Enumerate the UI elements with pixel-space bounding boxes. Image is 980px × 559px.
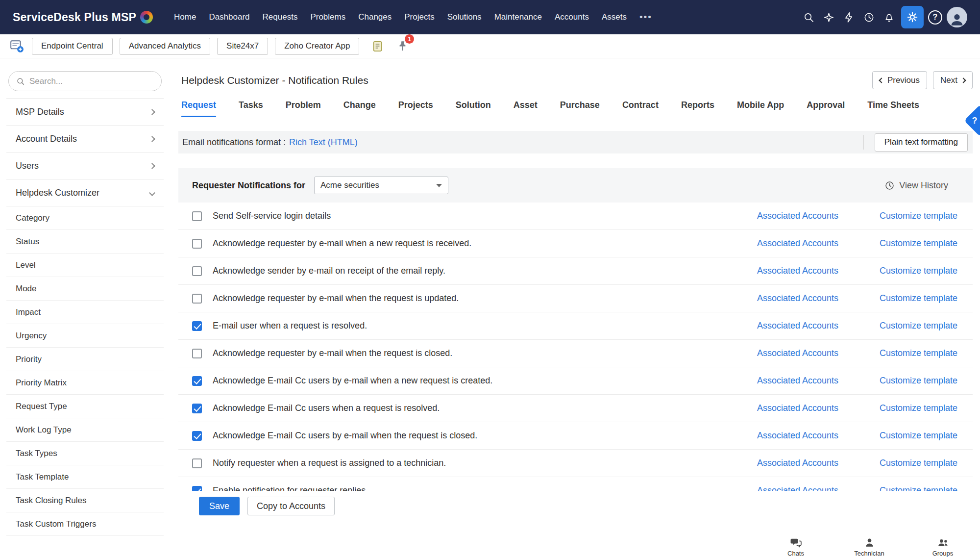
sidebar-item[interactable]: Impact — [6, 301, 164, 324]
rule-checkbox[interactable] — [192, 239, 202, 249]
shortcut-button[interactable]: Site24x7 — [217, 38, 268, 55]
nav-item[interactable]: Changes — [352, 0, 398, 34]
associated-accounts-link[interactable]: Associated Accounts — [757, 458, 840, 468]
rule-checkbox[interactable] — [192, 321, 202, 331]
customize-template-link[interactable]: Customize template — [880, 266, 958, 276]
associated-accounts-link[interactable]: Associated Accounts — [757, 238, 840, 249]
pin-icon[interactable]: 1 — [394, 38, 411, 54]
app-logo[interactable]: ServiceDesk Plus MSP — [13, 11, 153, 24]
sidebar-item[interactable]: Category — [6, 206, 164, 230]
tab[interactable]: Time Sheets — [867, 100, 919, 117]
bell-icon[interactable] — [881, 9, 897, 25]
search-input[interactable] — [29, 76, 154, 86]
sidebar-item[interactable]: Mode — [6, 277, 164, 301]
rich-text-link[interactable]: Rich Text (HTML) — [289, 137, 358, 148]
rule-checkbox[interactable] — [192, 376, 202, 386]
chats-button[interactable]: Chats — [773, 536, 818, 557]
sidebar-group[interactable]: MSP Details — [6, 99, 164, 126]
groups-button[interactable]: Groups — [920, 536, 965, 557]
rule-checkbox[interactable] — [192, 404, 202, 413]
associated-accounts-link[interactable]: Associated Accounts — [757, 293, 840, 304]
technician-button[interactable]: Technician — [847, 536, 892, 557]
previous-button[interactable]: Previous — [872, 71, 927, 89]
nav-item[interactable]: Maintenance — [488, 0, 548, 34]
associated-accounts-link[interactable]: Associated Accounts — [757, 403, 840, 413]
associated-accounts-link[interactable]: Associated Accounts — [757, 431, 840, 441]
tab[interactable]: Contract — [622, 100, 659, 117]
copy-to-accounts-button[interactable]: Copy to Accounts — [247, 497, 335, 515]
help-icon[interactable]: ? — [928, 10, 942, 25]
tab[interactable]: Problem — [286, 100, 321, 117]
lightning-icon[interactable] — [841, 9, 857, 25]
sidebar-group[interactable]: Helpdesk Customizer — [6, 179, 164, 206]
customize-template-link[interactable]: Customize template — [880, 348, 958, 358]
associated-accounts-link[interactable]: Associated Accounts — [757, 348, 840, 358]
sidebar-item[interactable]: Status — [6, 230, 164, 254]
sidebar-item[interactable]: Task Custom Triggers — [6, 512, 164, 536]
nav-item[interactable]: Problems — [304, 0, 352, 34]
rule-checkbox[interactable] — [192, 486, 202, 491]
nav-item[interactable]: Assets — [595, 0, 633, 34]
associated-accounts-link[interactable]: Associated Accounts — [757, 485, 840, 491]
customize-template-link[interactable]: Customize template — [880, 238, 958, 249]
sidebar-item[interactable]: Task Closing Rules — [6, 489, 164, 512]
associated-accounts-link[interactable]: Associated Accounts — [757, 266, 840, 276]
sidebar-item[interactable]: Task Template — [6, 465, 164, 489]
customize-template-link[interactable]: Customize template — [880, 321, 958, 331]
rule-checkbox[interactable] — [192, 211, 202, 221]
sidebar-item[interactable]: Level — [6, 254, 164, 277]
customize-template-link[interactable]: Customize template — [880, 403, 958, 413]
save-button[interactable]: Save — [199, 497, 240, 515]
nav-more-button[interactable]: ••• — [633, 0, 659, 34]
customize-template-link[interactable]: Customize template — [880, 431, 958, 441]
tab[interactable]: Solution — [456, 100, 491, 117]
tab[interactable]: Change — [343, 100, 376, 117]
customize-template-link[interactable]: Customize template — [880, 376, 958, 386]
tab[interactable]: Request — [181, 100, 216, 117]
sidebar-item[interactable]: Request Type — [6, 395, 164, 418]
associated-accounts-link[interactable]: Associated Accounts — [757, 321, 840, 331]
rule-checkbox[interactable] — [192, 349, 202, 358]
plain-text-formatting-button[interactable]: Plain text formatting — [875, 133, 968, 152]
tab[interactable]: Reports — [681, 100, 714, 117]
customize-template-link[interactable]: Customize template — [880, 458, 958, 468]
sidebar-item[interactable]: Priority — [6, 348, 164, 371]
sidebar-item[interactable]: Task Types — [6, 442, 164, 465]
tab[interactable]: Projects — [398, 100, 433, 117]
rule-checkbox[interactable] — [192, 294, 202, 304]
associated-accounts-link[interactable]: Associated Accounts — [757, 376, 840, 386]
rule-checkbox[interactable] — [192, 458, 202, 468]
rule-checkbox[interactable] — [192, 431, 202, 441]
sparkle-icon[interactable] — [821, 9, 836, 25]
tab[interactable]: Approval — [807, 100, 845, 117]
shortcut-button[interactable]: Zoho Creator App — [275, 38, 359, 55]
shortcut-button[interactable]: Endpoint Central — [32, 38, 113, 55]
nav-item[interactable]: Dashboard — [202, 0, 256, 34]
customize-template-link[interactable]: Customize template — [880, 211, 958, 221]
customize-template-link[interactable]: Customize template — [880, 293, 958, 304]
sidebar-item[interactable]: Priority Matrix — [6, 371, 164, 395]
nav-item[interactable]: Accounts — [548, 0, 595, 34]
sidebar-search[interactable] — [8, 71, 162, 91]
notes-icon[interactable] — [370, 39, 385, 53]
history-icon[interactable] — [861, 9, 877, 25]
rule-checkbox[interactable] — [192, 266, 202, 276]
add-shortcut-icon[interactable] — [8, 38, 25, 54]
nav-item[interactable]: Solutions — [441, 0, 488, 34]
tab[interactable]: Tasks — [239, 100, 263, 117]
sidebar-item[interactable]: Urgency — [6, 324, 164, 348]
sidebar-group[interactable]: Users — [6, 152, 164, 179]
user-avatar[interactable] — [947, 7, 967, 27]
nav-item[interactable]: Home — [168, 0, 202, 34]
tab[interactable]: Purchase — [560, 100, 600, 117]
nav-item[interactable]: Projects — [398, 0, 441, 34]
associated-accounts-link[interactable]: Associated Accounts — [757, 211, 840, 221]
account-dropdown[interactable]: Acme securities — [314, 177, 448, 194]
settings-gear-button[interactable] — [901, 6, 924, 28]
tab[interactable]: Asset — [514, 100, 538, 117]
tab[interactable]: Mobile App — [737, 100, 784, 117]
view-history-button[interactable]: View History — [884, 180, 948, 191]
customize-template-link[interactable]: Customize template — [880, 485, 958, 491]
shortcut-button[interactable]: Advanced Analytics — [120, 38, 210, 55]
search-icon[interactable] — [801, 9, 816, 25]
